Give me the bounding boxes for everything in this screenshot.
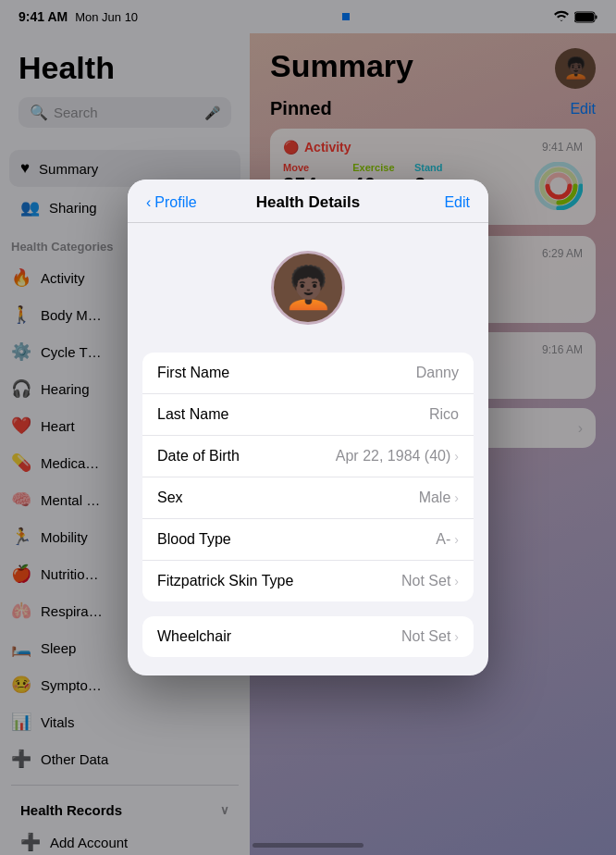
field-sex[interactable]: Sex Male › — [142, 477, 474, 519]
modal-edit-button[interactable]: Edit — [444, 194, 470, 211]
first-name-value: Danny — [416, 365, 459, 381]
modal-back-label: Profile — [154, 194, 196, 211]
sex-chevron: › — [454, 490, 459, 505]
wheelchair-chevron: › — [454, 629, 459, 644]
last-name-label: Last Name — [157, 406, 228, 423]
modal-fields-group2: Wheelchair Not Set › — [142, 616, 474, 657]
health-details-modal: ‹ Profile Health Details Edit 🧑🏿‍🦱 First… — [128, 180, 488, 675]
skin-type-value: Not Set › — [401, 573, 459, 589]
modal-fields-group1: First Name Danny Last Name Rico Date of … — [142, 353, 474, 601]
modal-avatar-section: 🧑🏿‍🦱 — [128, 223, 488, 353]
modal-overlay: ‹ Profile Health Details Edit 🧑🏿‍🦱 First… — [0, 0, 616, 855]
back-chevron-icon: ‹ — [146, 194, 151, 211]
last-name-value: Rico — [429, 406, 459, 423]
blood-type-label: Blood Type — [157, 531, 231, 548]
dob-value: Apr 22, 1984 (40) › — [336, 448, 459, 465]
field-last-name[interactable]: Last Name Rico — [142, 394, 474, 436]
sex-label: Sex — [157, 489, 183, 506]
skin-type-label: Fitzpatrick Skin Type — [157, 573, 293, 589]
first-name-label: First Name — [157, 365, 229, 381]
wheelchair-value: Not Set › — [401, 628, 459, 645]
modal-title: Health Details — [256, 193, 360, 212]
field-dob[interactable]: Date of Birth Apr 22, 1984 (40) › — [142, 436, 474, 477]
blood-type-value: A- › — [436, 531, 459, 548]
skin-type-chevron: › — [454, 574, 459, 589]
blood-type-chevron: › — [454, 532, 459, 547]
modal-avatar[interactable]: 🧑🏿‍🦱 — [271, 251, 345, 325]
modal-header: ‹ Profile Health Details Edit — [128, 180, 488, 223]
dob-label: Date of Birth — [157, 448, 240, 465]
wheelchair-label: Wheelchair — [157, 628, 231, 645]
avatar-emoji: 🧑🏿‍🦱 — [283, 264, 334, 312]
field-first-name[interactable]: First Name Danny — [142, 353, 474, 394]
dob-chevron: › — [454, 449, 459, 464]
field-skin-type[interactable]: Fitzpatrick Skin Type Not Set › — [142, 561, 474, 601]
sex-value: Male › — [419, 489, 459, 506]
modal-back-button[interactable]: ‹ Profile — [146, 194, 197, 211]
field-wheelchair[interactable]: Wheelchair Not Set › — [142, 616, 474, 657]
field-blood-type[interactable]: Blood Type A- › — [142, 519, 474, 561]
